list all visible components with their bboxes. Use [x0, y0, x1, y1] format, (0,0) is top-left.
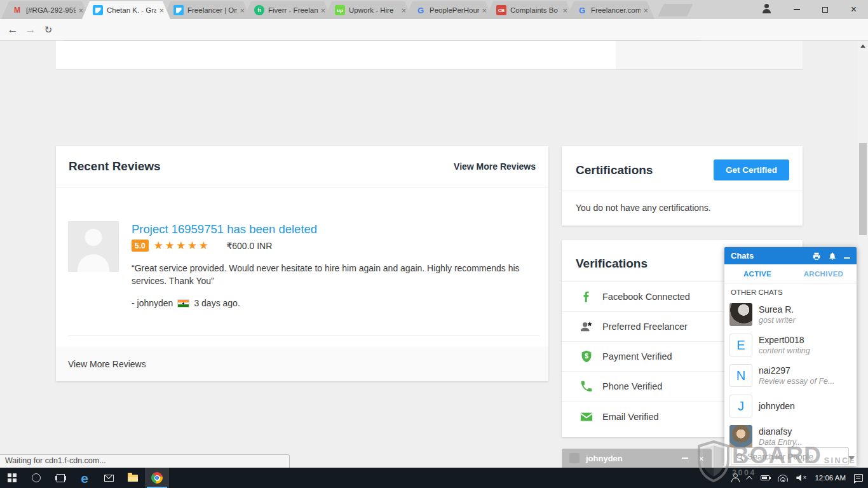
- chat-list-item[interactable]: E Expert0018 content writing: [724, 330, 857, 360]
- browser-tab[interactable]: Freelancer | On ×: [163, 1, 251, 19]
- tab-close-icon[interactable]: ×: [562, 6, 567, 15]
- tab-close-icon[interactable]: ×: [320, 6, 325, 15]
- scrollbar-up-arrow-icon[interactable]: [860, 44, 865, 48]
- volume-muted-icon[interactable]: [796, 475, 806, 482]
- review-divider: [68, 336, 539, 336]
- chat-subtitle: Data Entry...: [759, 438, 803, 447]
- explorer-taskbar-button[interactable]: [121, 468, 145, 488]
- scrollbar-thumb[interactable]: [859, 143, 867, 235]
- start-button[interactable]: [0, 468, 24, 488]
- chats-tab-archived[interactable]: ARCHIVED: [790, 264, 857, 283]
- chat-list-item[interactable]: J johnyden: [724, 391, 857, 421]
- edge-icon: e: [81, 471, 88, 485]
- fiverr-favicon: [254, 5, 264, 15]
- chat-photo-avatar: [729, 303, 752, 326]
- chat-popup-close-icon[interactable]: ×: [698, 454, 704, 463]
- taskbar-clock[interactable]: 12:06 AM: [815, 474, 846, 482]
- folder-icon: [128, 475, 138, 482]
- reviews-header: Recent Reviews View More Reviews: [56, 146, 548, 187]
- google-favicon: [577, 5, 587, 15]
- windows-logo-icon: [8, 473, 17, 482]
- chat-subtitle: content writing: [759, 346, 810, 355]
- browser-tab[interactable]: [#RGA-292-959 ×: [1, 1, 90, 19]
- browser-tab-strip: [#RGA-292-959 × Chetan K. - Gra × Freela…: [0, 0, 868, 19]
- chats-tab-active[interactable]: ACTIVE: [724, 264, 790, 283]
- gmail-favicon: [12, 5, 22, 15]
- browser-tab[interactable]: Complaints Bo ×: [485, 1, 574, 19]
- chat-search-input[interactable]: Search for People: [731, 447, 849, 465]
- mail-taskbar-button[interactable]: [97, 468, 121, 488]
- browser-profile-icon[interactable]: [754, 0, 782, 19]
- rating-badge: 5.0: [132, 240, 149, 252]
- browser-tab[interactable]: Upwork - Hire ×: [324, 1, 412, 19]
- svg-text:$: $: [585, 353, 588, 360]
- certifications-divider: [562, 191, 803, 191]
- browser-tab[interactable]: Fiverr - Freelan ×: [243, 1, 332, 19]
- window-minimize-button[interactable]: [782, 0, 811, 19]
- cortana-button[interactable]: [24, 468, 48, 488]
- chat-subtitle: Review essay of Fe...: [759, 377, 835, 386]
- tab-close-icon[interactable]: ×: [643, 6, 648, 15]
- tab-title: Upwork - Hire: [349, 6, 398, 14]
- chrome-icon: [151, 472, 163, 484]
- chat-popup-minimize-icon[interactable]: [682, 458, 688, 459]
- minimized-chat-popup[interactable]: johnyden ×: [562, 449, 712, 468]
- task-view-button[interactable]: [48, 468, 72, 488]
- certifications-card: Certifications Get Certified You do not …: [562, 146, 803, 226]
- browser-tab[interactable]: Freelancer.com ×: [566, 1, 654, 19]
- back-icon[interactable]: ←: [4, 19, 22, 41]
- chats-dropdown-caret-icon[interactable]: [848, 456, 855, 460]
- taskbar-chevron-icon[interactable]: [747, 475, 753, 482]
- view-more-reviews-link-bottom[interactable]: View More Reviews: [68, 359, 146, 369]
- rating-stars-icon: ★★★★★: [154, 239, 210, 252]
- new-tab-button[interactable]: [658, 4, 693, 17]
- chat-list-item[interactable]: Surea R. gost writer: [724, 299, 857, 330]
- tab-close-icon[interactable]: ×: [240, 6, 245, 15]
- other-chats-label: OTHER CHATS: [724, 283, 857, 299]
- email-icon: [579, 409, 594, 424]
- tab-close-icon[interactable]: ×: [401, 6, 406, 15]
- tab-close-icon[interactable]: ×: [482, 6, 487, 15]
- chat-name: nai2297: [759, 365, 835, 376]
- view-more-reviews-link-top[interactable]: View More Reviews: [454, 161, 536, 172]
- get-certified-button[interactable]: Get Certified: [714, 159, 789, 180]
- battery-icon[interactable]: [761, 475, 770, 480]
- wifi-icon[interactable]: [778, 475, 788, 482]
- edge-taskbar-button[interactable]: e: [72, 468, 97, 488]
- reviewer-avatar: [68, 221, 119, 272]
- freelancer-favicon: [93, 5, 103, 15]
- action-center-icon[interactable]: [854, 474, 863, 482]
- bell-icon[interactable]: [828, 252, 837, 261]
- chats-minimize-icon[interactable]: [844, 257, 850, 259]
- window-close-button[interactable]: ×: [839, 0, 868, 19]
- print-icon[interactable]: [812, 252, 821, 261]
- chat-name: dianafsy: [759, 426, 803, 437]
- tab-close-icon[interactable]: ×: [78, 6, 83, 15]
- reload-icon[interactable]: ↻: [39, 19, 57, 41]
- payment-icon: $: [579, 349, 594, 364]
- browser-tab[interactable]: PeoplePerHour ×: [405, 1, 493, 19]
- freelancer-favicon: [173, 5, 184, 15]
- review-amount: ₹600.0 INR: [226, 241, 272, 251]
- chats-header[interactable]: Chats: [724, 247, 857, 264]
- people-icon[interactable]: [731, 473, 740, 482]
- previous-section-remnant: [56, 41, 616, 70]
- reviewer-name: - johnyden: [132, 298, 173, 308]
- browser-tab[interactable]: Chetan K. - Gra ×: [82, 1, 170, 19]
- complaintsboard-favicon: [496, 5, 506, 15]
- forward-icon[interactable]: →: [22, 19, 39, 41]
- chat-list-item[interactable]: dianafsy Data Entry...: [724, 421, 857, 447]
- phone-icon: [579, 379, 594, 394]
- window-maximize-button[interactable]: [811, 0, 839, 19]
- chat-letter-avatar: J: [729, 395, 752, 417]
- previous-section-remnant-side: [616, 41, 803, 70]
- chat-popup-name: johnyden: [586, 454, 623, 463]
- page-scrollbar[interactable]: [858, 41, 868, 468]
- chrome-taskbar-button[interactable]: [145, 468, 169, 488]
- chat-search-placeholder: Search for People: [747, 452, 813, 461]
- chat-name: Surea R.: [759, 304, 796, 315]
- tab-close-icon[interactable]: ×: [159, 6, 164, 15]
- review-project-link[interactable]: Project 16959751 has been deleted: [132, 222, 317, 236]
- chat-list-item[interactable]: N nai2297 Review essay of Fe...: [724, 360, 857, 391]
- recent-reviews-card: Recent Reviews View More Reviews Project…: [56, 146, 548, 381]
